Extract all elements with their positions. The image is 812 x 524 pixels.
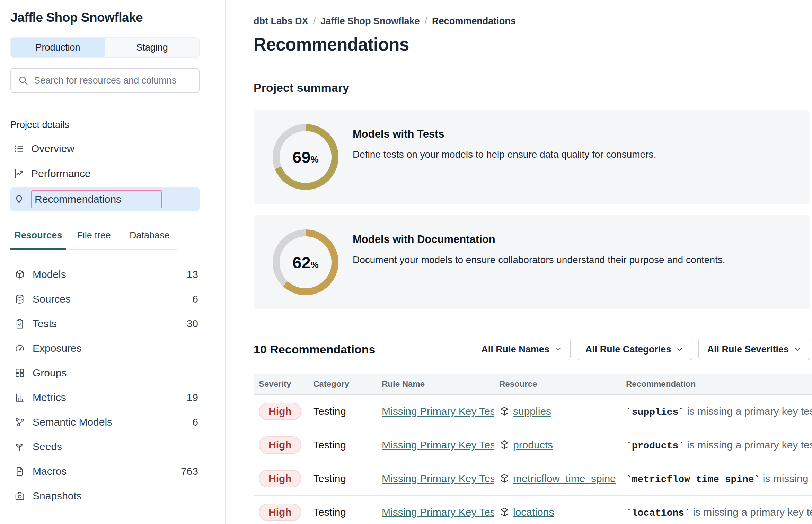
category-cell: Testing — [308, 439, 377, 451]
resource-item-snapshots[interactable]: Snapshots — [10, 483, 200, 508]
sidebar-divider — [10, 105, 200, 105]
card-description: Document your models to ensure collabora… — [353, 254, 725, 265]
rule-name-link[interactable]: Missing Primary Key Test — [382, 473, 494, 484]
recommendation-text: is missing a primary key test. This test — [684, 405, 812, 417]
recommendation-cell: `products` is missing a primary key test… — [621, 439, 812, 451]
app-window: Jaffle Shop Snowflake Production Staging… — [0, 0, 812, 524]
clipboard-check-icon — [15, 318, 25, 329]
resource-label: Models — [33, 269, 66, 280]
resource-link[interactable]: products — [513, 439, 553, 451]
cube-icon — [15, 269, 25, 280]
tab-file-tree[interactable]: File tree — [66, 230, 122, 250]
sidebar-item-overview[interactable]: Overview — [10, 137, 200, 160]
rule-severities-filter[interactable]: All Rule Severities — [698, 339, 810, 360]
search-box[interactable] — [10, 68, 200, 93]
breadcrumb-account[interactable]: dbt Labs DX — [254, 16, 308, 27]
sidebar: Jaffle Shop Snowflake Production Staging… — [0, 0, 226, 524]
project-summary-heading: Project summary — [254, 81, 812, 95]
resource-link[interactable]: supplies — [513, 405, 551, 417]
resource-item-sources[interactable]: Sources 6 — [10, 287, 200, 311]
sidebar-item-recommendations[interactable]: Recommendations — [10, 187, 200, 211]
main-content: dbt Labs DX / Jaffle Shop Snowflake / Re… — [226, 0, 812, 524]
database-icon — [15, 294, 25, 304]
resource-item-metrics[interactable]: Metrics 19 — [10, 385, 200, 410]
tests-coverage-percent: 69 — [292, 148, 310, 167]
percent-sign: % — [311, 154, 319, 165]
filter-label: All Rule Names — [481, 344, 549, 355]
resource-item-semantic-models[interactable]: Semantic Models 6 — [10, 410, 200, 434]
lightbulb-icon — [14, 194, 24, 204]
card-text: Models with Tests Define tests on your m… — [353, 128, 656, 160]
rule-categories-filter[interactable]: All Rule Categories — [577, 339, 692, 360]
resource-label: Exposures — [33, 342, 82, 354]
tab-database[interactable]: Database — [122, 230, 177, 250]
bar-chart-icon — [15, 392, 25, 403]
line-chart-icon — [14, 168, 24, 179]
recommendation-text: is missing a primary ke — [760, 473, 812, 484]
resource-item-models[interactable]: Models 13 — [10, 262, 200, 287]
filter-label: All Rule Severities — [707, 344, 789, 355]
network-icon — [15, 417, 25, 427]
recommendation-cell: `locations` is missing a primary key tes… — [621, 506, 812, 518]
resource-item-groups[interactable]: Groups — [10, 360, 200, 385]
severity-badge: High — [259, 403, 301, 420]
recommendation-cell: `metricflow_time_spine` is missing a pri… — [621, 473, 812, 485]
rule-name-link[interactable]: Missing Primary Key Test — [382, 439, 494, 451]
cube-icon — [499, 507, 510, 517]
resource-item-exposures[interactable]: Exposures — [10, 336, 200, 360]
category-cell: Testing — [308, 405, 377, 417]
documentation-coverage-donut: 62 % — [273, 229, 338, 295]
resource-list: Models 13 Sources 6 Tests 30 Exposures G… — [10, 262, 200, 508]
cube-icon — [499, 473, 510, 484]
resource-count: 19 — [187, 392, 198, 403]
tab-resources[interactable]: Resources — [10, 230, 66, 250]
resource-item-seeds[interactable]: Seeds — [10, 434, 200, 459]
resource-item-macros[interactable]: Macros 763 — [10, 459, 200, 483]
donut-label: 69 % — [273, 124, 338, 190]
tests-coverage-donut: 69 % — [273, 124, 338, 190]
recommendation-text: is missing a primary key test. This tes — [690, 506, 812, 518]
list-icon — [14, 143, 24, 154]
table-header: Severity Category Rule Name Resource Rec… — [254, 374, 812, 395]
severity-badge: High — [259, 436, 301, 454]
breadcrumb-project[interactable]: Jaffle Shop Snowflake — [320, 16, 420, 27]
sprout-icon — [15, 442, 25, 452]
column-header-rule-name: Rule Name — [377, 379, 494, 389]
resource-label: Tests — [33, 318, 57, 330]
rule-name-link[interactable]: Missing Primary Key Test — [382, 506, 494, 518]
percent-sign: % — [311, 260, 319, 270]
resource-label: Macros — [33, 465, 67, 477]
environment-tabs: Production Staging — [10, 37, 200, 58]
severity-badge: High — [259, 470, 301, 487]
gauge-icon — [15, 343, 25, 353]
chevron-down-icon — [554, 346, 562, 353]
card-title: Models with Documentation — [353, 233, 725, 246]
recommendations-count-heading: 10 Recommendations — [254, 343, 375, 356]
column-header-recommendation: Recommendation — [621, 379, 812, 389]
category-cell: Testing — [308, 473, 377, 484]
resource-count: 763 — [181, 465, 198, 477]
resource-count: 30 — [187, 318, 198, 330]
resource-label: Sources — [33, 293, 71, 305]
sidebar-item-performance[interactable]: Performance — [10, 162, 200, 185]
tab-staging[interactable]: Staging — [105, 38, 199, 57]
resource-count: 13 — [187, 269, 198, 280]
search-input[interactable] — [34, 75, 192, 86]
resource-item-tests[interactable]: Tests 30 — [10, 311, 200, 336]
rule-name-link[interactable]: Missing Primary Key Test — [382, 405, 494, 417]
donut-label: 62 % — [273, 229, 338, 295]
column-header-severity: Severity — [254, 379, 308, 389]
breadcrumb: dbt Labs DX / Jaffle Shop Snowflake / Re… — [254, 16, 812, 27]
severity-badge: High — [259, 504, 301, 521]
chevron-down-icon — [676, 346, 683, 353]
card-description: Define tests on your models to help ensu… — [353, 149, 656, 160]
documentation-coverage-percent: 62 — [292, 253, 310, 272]
summary-card-models-with-tests: 69 % Models with Tests Define tests on y… — [254, 110, 810, 204]
rule-names-filter[interactable]: All Rule Names — [473, 339, 571, 360]
resource-link[interactable]: locations — [513, 506, 554, 518]
breadcrumb-current: Recommendations — [432, 16, 516, 27]
resource-link[interactable]: metricflow_time_spine — [513, 473, 616, 484]
filter-label: All Rule Categories — [585, 344, 671, 355]
recommendation-text: is missing a primary key test. This test — [684, 439, 812, 451]
tab-production[interactable]: Production — [11, 38, 105, 57]
